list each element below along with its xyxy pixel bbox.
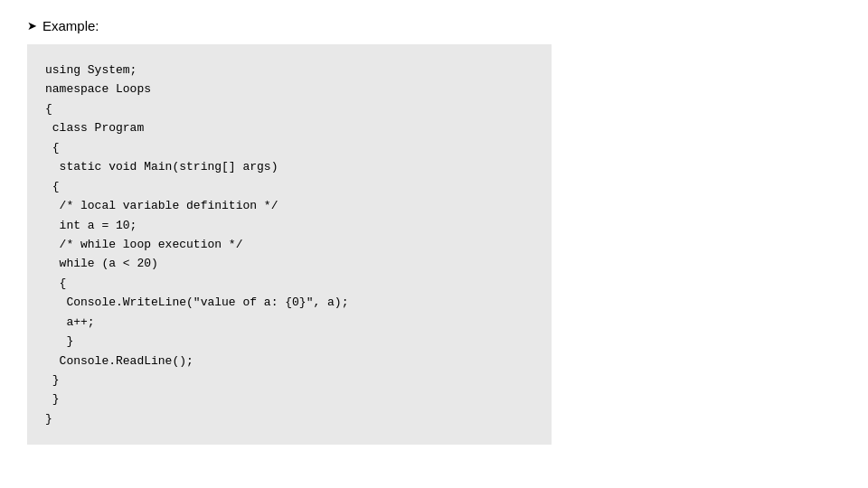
code-block: using System; namespace Loops { class Pr… <box>27 44 552 445</box>
example-text: Example: <box>42 18 99 33</box>
page-content: ➤ Example: using System; namespace Loops… <box>27 18 841 445</box>
example-label: ➤ Example: <box>27 18 841 33</box>
arrow-icon: ➤ <box>27 19 37 33</box>
